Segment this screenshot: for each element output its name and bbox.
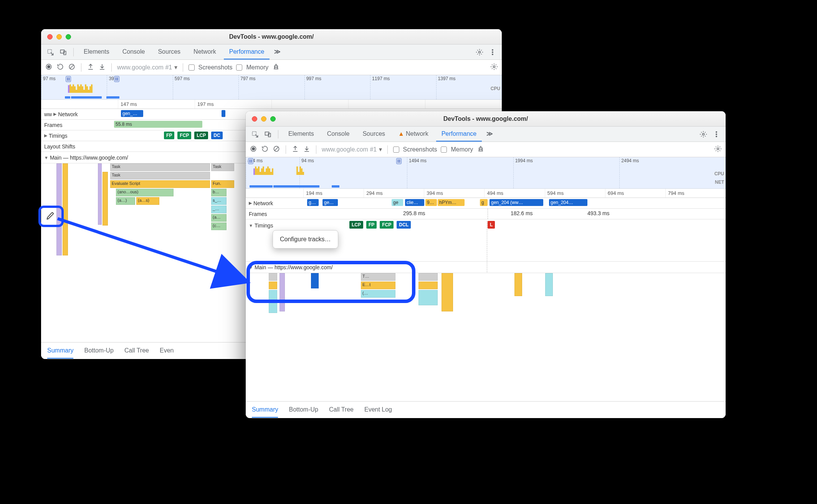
timing-badge-load[interactable]: L bbox=[488, 221, 495, 229]
network-entry[interactable]: hPYm… bbox=[438, 199, 465, 206]
edit-tracks-pencil-icon[interactable] bbox=[46, 212, 55, 221]
tab-sources[interactable]: Sources bbox=[152, 44, 186, 59]
flame-call[interactable]: (c… bbox=[211, 222, 227, 230]
overview-handle-left[interactable] bbox=[66, 76, 71, 82]
details-tab-calltree[interactable]: Call Tree bbox=[124, 343, 149, 359]
collect-garbage-button[interactable] bbox=[272, 63, 280, 72]
download-button[interactable] bbox=[303, 145, 311, 154]
clear-button[interactable] bbox=[273, 145, 280, 154]
close-icon[interactable] bbox=[47, 34, 53, 40]
flame-task[interactable]: T… bbox=[361, 273, 395, 281]
expand-icon[interactable]: ▼ bbox=[44, 155, 48, 160]
details-tab-eventlog[interactable]: Even bbox=[160, 343, 174, 359]
flame-task[interactable]: Task bbox=[110, 172, 210, 180]
reload-record-button[interactable] bbox=[261, 145, 269, 154]
tab-elements[interactable]: Elements bbox=[283, 127, 319, 142]
more-menu-icon[interactable] bbox=[487, 47, 498, 58]
configure-tracks-menu-item[interactable]: Configure tracks… bbox=[273, 233, 338, 246]
track-frames[interactable]: Frames 295.8 ms 182.6 ms 493.3 ms bbox=[246, 209, 726, 219]
track-main[interactable]: ▼ Main — https://www.google.com/ bbox=[246, 262, 726, 273]
timing-badge-dcl[interactable]: DCL bbox=[397, 221, 411, 229]
tab-performance[interactable]: Performance bbox=[224, 44, 270, 59]
network-entry[interactable]: clie… bbox=[405, 199, 424, 206]
flame-call[interactable]: E…t bbox=[361, 282, 395, 289]
flame-task[interactable]: Task bbox=[211, 163, 234, 171]
tab-sources[interactable]: Sources bbox=[357, 127, 390, 142]
network-entry[interactable]: g bbox=[480, 199, 488, 206]
track-network[interactable]: ▶ Network g… ge… ge clie… 9… hPYm… g gen… bbox=[246, 198, 726, 209]
network-entry[interactable] bbox=[222, 110, 225, 117]
tab-elements[interactable]: Elements bbox=[78, 44, 115, 59]
time-ruler[interactable]: 147 ms 197 ms bbox=[41, 100, 502, 109]
collect-garbage-button[interactable] bbox=[477, 145, 485, 154]
network-entry[interactable]: gen_204 (ww… bbox=[490, 199, 543, 206]
timing-badge-fcp[interactable]: FCP bbox=[380, 221, 394, 229]
flame-call[interactable]: (… bbox=[361, 290, 395, 298]
expand-icon[interactable]: ▼ bbox=[249, 265, 253, 270]
details-tab-bottomup[interactable]: Bottom-Up bbox=[289, 402, 318, 418]
timeline-overview[interactable]: 494 ms 94 ms 1494 ms 1994 ms 2494 ms CPU… bbox=[246, 157, 726, 189]
tab-network[interactable]: Network bbox=[188, 44, 222, 59]
capture-settings-gear-icon[interactable] bbox=[714, 145, 722, 154]
inspect-icon[interactable] bbox=[250, 129, 260, 140]
details-tab-eventlog[interactable]: Event Log bbox=[364, 402, 392, 418]
tab-console[interactable]: Console bbox=[322, 127, 355, 142]
flame-call[interactable]: b… bbox=[211, 189, 227, 196]
timing-badge-fp[interactable]: FP bbox=[366, 221, 377, 229]
tabs-overflow-button[interactable]: ≫ bbox=[484, 127, 495, 142]
reload-record-button[interactable] bbox=[56, 63, 64, 72]
record-button[interactable] bbox=[250, 145, 257, 154]
expand-icon[interactable]: ▼ bbox=[249, 223, 253, 228]
flame-function[interactable]: Fun. bbox=[211, 180, 234, 188]
network-entry[interactable]: ge… bbox=[322, 199, 338, 206]
flame-call[interactable]: s_… bbox=[211, 197, 227, 205]
timing-badge-lcp[interactable]: LCP bbox=[349, 221, 363, 229]
overview-handle-right[interactable] bbox=[396, 158, 402, 164]
flame-anon[interactable]: (ano…ous) bbox=[116, 189, 174, 196]
tab-console[interactable]: Console bbox=[117, 44, 150, 59]
details-tab-bottomup[interactable]: Bottom-Up bbox=[84, 343, 113, 359]
details-tab-calltree[interactable]: Call Tree bbox=[329, 402, 354, 418]
flame-call[interactable]: (a…s) bbox=[136, 197, 159, 205]
memory-checkbox[interactable] bbox=[236, 64, 242, 71]
recording-dropdown[interactable]: www.google.com #1 bbox=[322, 146, 382, 153]
network-entry[interactable]: g… bbox=[307, 199, 319, 206]
timing-badge-lcp[interactable]: LCP bbox=[194, 132, 208, 139]
network-entry[interactable]: 9… bbox=[425, 199, 437, 206]
flame-call[interactable]: (a…) bbox=[116, 197, 135, 205]
expand-icon[interactable]: ▶ bbox=[44, 133, 47, 138]
clear-button[interactable] bbox=[68, 63, 76, 72]
device-mode-icon[interactable] bbox=[263, 129, 273, 140]
settings-gear-icon[interactable] bbox=[474, 47, 485, 58]
device-mode-icon[interactable] bbox=[58, 47, 69, 58]
flame-task[interactable]: Task bbox=[110, 163, 210, 171]
zoom-icon[interactable] bbox=[270, 116, 276, 122]
overview-handle-right[interactable] bbox=[114, 76, 119, 82]
upload-button[interactable] bbox=[87, 63, 94, 72]
flame-call[interactable]: (a… bbox=[211, 214, 227, 222]
flame-call[interactable]: _… bbox=[211, 206, 227, 213]
network-entry[interactable]: ge bbox=[392, 199, 403, 206]
settings-gear-icon[interactable] bbox=[698, 129, 709, 140]
timing-badge-dcl[interactable]: DC bbox=[211, 132, 222, 139]
close-icon[interactable] bbox=[252, 116, 257, 122]
upload-button[interactable] bbox=[291, 145, 299, 154]
tab-network[interactable]: ▲ Network bbox=[393, 127, 434, 142]
overview-handle-left[interactable] bbox=[248, 158, 253, 164]
details-tab-summary[interactable]: Summary bbox=[47, 343, 73, 359]
network-entry[interactable]: gen_… bbox=[121, 110, 143, 117]
screenshots-checkbox[interactable] bbox=[393, 147, 399, 153]
timing-badge-fcp[interactable]: FCP bbox=[177, 132, 191, 139]
download-button[interactable] bbox=[98, 63, 106, 72]
frame-entry[interactable]: 55.8 ms bbox=[114, 121, 202, 128]
tabs-overflow-button[interactable]: ≫ bbox=[272, 44, 283, 59]
inspect-icon[interactable] bbox=[45, 47, 56, 58]
track-timings[interactable]: ▼ Timings LCP FP FCP DCL L Configure tra… bbox=[246, 219, 726, 262]
memory-checkbox[interactable] bbox=[441, 147, 447, 153]
zoom-icon[interactable] bbox=[66, 34, 71, 40]
minimize-icon[interactable] bbox=[261, 116, 266, 122]
network-entry[interactable]: gen_204… bbox=[549, 199, 587, 206]
timeline-overview[interactable]: 97 ms 397 597 ms 797 ms 997 ms 1197 ms 1… bbox=[41, 75, 502, 100]
screenshots-checkbox[interactable] bbox=[189, 64, 195, 71]
minimize-icon[interactable] bbox=[56, 34, 62, 40]
